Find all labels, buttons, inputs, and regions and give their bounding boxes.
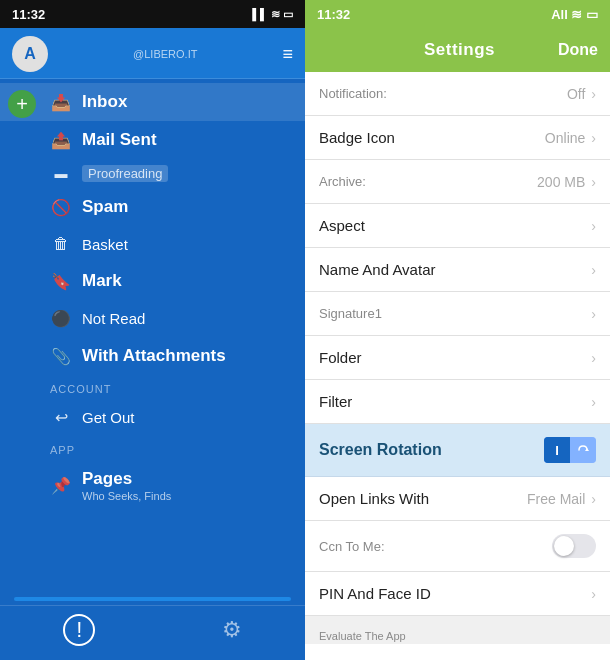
left-time: 11:32: [12, 7, 45, 22]
sidebar-item-proofreading[interactable]: ▬ Proofreading: [0, 159, 305, 188]
sidebar-item-mark[interactable]: 🔖 Mark: [0, 262, 305, 300]
left-bottom: ! ⚙: [0, 597, 305, 660]
basket-icon: 🗑: [50, 235, 72, 253]
right-status-icons: All ≋ ▭: [551, 7, 598, 22]
not-read-icon: ⚫: [50, 309, 72, 328]
inbox-icon: 📥: [50, 93, 72, 112]
sidebar-item-spam[interactable]: 🚫 Spam: [0, 188, 305, 226]
nav-list: 📥 Inbox 📤 Mail Sent ▬ Proofreading 🚫 Spa…: [0, 79, 305, 597]
chevron-icon: ›: [591, 586, 596, 602]
seg-toggle-left[interactable]: I: [544, 437, 570, 463]
settings-row-name-avatar[interactable]: Name And Avatar ›: [305, 248, 610, 292]
settings-row-pin-face-id[interactable]: PIN And Face ID ›: [305, 572, 610, 616]
setting-right: 200 MB ›: [537, 174, 596, 190]
settings-list: Notification: Off › Badge Icon Online › …: [305, 72, 610, 660]
sidebar-item-get-out[interactable]: ↩ Get Out: [0, 399, 305, 436]
left-panel: 11:32 ▌▌ ≋ ▭ A @LIBERO.IT ≡ + 📥 Inbox 📤 …: [0, 0, 305, 660]
chevron-icon: ›: [591, 218, 596, 234]
sidebar-item-label: Mail Sent: [82, 130, 157, 150]
get-out-icon: ↩: [50, 408, 72, 427]
setting-label: Folder: [319, 349, 362, 366]
left-status-icons: ▌▌ ≋ ▭: [252, 8, 293, 21]
chevron-icon: ›: [591, 86, 596, 102]
setting-label: Archive:: [319, 174, 366, 189]
setting-label: Aspect: [319, 217, 365, 234]
sidebar-item-label: With Attachments: [82, 346, 226, 366]
done-button[interactable]: Done: [558, 41, 598, 59]
alert-icon[interactable]: !: [63, 614, 95, 646]
mark-icon: 🔖: [50, 272, 72, 291]
sidebar-item-inbox[interactable]: 📥 Inbox: [0, 83, 305, 121]
settings-row-tell-friends[interactable]: Tell Friends ›: [305, 644, 610, 660]
setting-right: Off ›: [567, 86, 596, 102]
setting-value: Off: [567, 86, 585, 102]
spam-icon: 🚫: [50, 198, 72, 217]
setting-label: PIN And Face ID: [319, 585, 431, 602]
screen-rotation-toggle[interactable]: I: [544, 437, 596, 463]
section-divider: [305, 616, 610, 624]
settings-row-filter[interactable]: Filter ›: [305, 380, 610, 424]
chevron-icon: ›: [591, 262, 596, 278]
setting-value: Online: [545, 130, 585, 146]
right-time: 11:32: [317, 7, 350, 22]
settings-row-screen-rotation[interactable]: Screen Rotation I: [305, 424, 610, 477]
hamburger-icon[interactable]: ≡: [282, 44, 293, 65]
sidebar-item-label: Pages: [82, 469, 171, 489]
settings-title: Settings: [424, 40, 495, 60]
right-header: Settings Done: [305, 28, 610, 72]
chevron-icon: ›: [591, 491, 596, 507]
sidebar-item-label: Mark: [82, 271, 122, 291]
chevron-icon: ›: [591, 306, 596, 322]
sidebar-item-label: Inbox: [82, 92, 127, 112]
right-status-bar: 11:32 All ≋ ▭: [305, 0, 610, 28]
setting-label: Filter: [319, 393, 352, 410]
left-footer-bar: ! ⚙: [0, 605, 305, 650]
sidebar-item-label: Get Out: [82, 409, 135, 426]
avatar[interactable]: A: [12, 36, 48, 72]
setting-right: Free Mail ›: [527, 491, 596, 507]
settings-row-aspect[interactable]: Aspect ›: [305, 204, 610, 248]
left-status-bar: 11:32 ▌▌ ≋ ▭: [0, 0, 305, 28]
libero-label: @LIBERO.IT: [58, 48, 272, 60]
ccn-to-me-toggle[interactable]: [552, 534, 596, 558]
right-panel: 11:32 All ≋ ▭ Settings Done Notification…: [305, 0, 610, 660]
setting-value: Free Mail: [527, 491, 585, 507]
chevron-icon: ›: [591, 394, 596, 410]
sidebar-item-label: Spam: [82, 197, 128, 217]
chevron-icon: ›: [591, 174, 596, 190]
setting-label: Screen Rotation: [319, 441, 442, 459]
sidebar-item-mail-sent[interactable]: 📤 Mail Sent: [0, 121, 305, 159]
sidebar-item-basket[interactable]: 🗑 Basket: [0, 226, 305, 262]
sidebar-item-not-read[interactable]: ⚫ Not Read: [0, 300, 305, 337]
settings-row-badge-icon[interactable]: Badge Icon Online ›: [305, 116, 610, 160]
settings-icon[interactable]: ⚙: [222, 617, 242, 643]
chevron-icon: ›: [591, 130, 596, 146]
chevron-icon: ›: [591, 350, 596, 366]
setting-label: Badge Icon: [319, 129, 395, 146]
pages-icon: 📌: [50, 476, 72, 495]
svg-marker-0: [585, 448, 589, 451]
toggle-knob: [554, 536, 574, 556]
setting-label: Ccn To Me:: [319, 539, 385, 554]
add-button[interactable]: +: [8, 90, 36, 118]
section-account: ACCOUNT: [0, 375, 305, 399]
sidebar-item-label: Proofreading: [82, 165, 168, 182]
settings-row-signature[interactable]: Signature1 ›: [305, 292, 610, 336]
settings-row-open-links[interactable]: Open Links With Free Mail ›: [305, 477, 610, 521]
sidebar-item-pages[interactable]: 📌 Pages Who Seeks, Finds: [0, 460, 305, 511]
setting-right: Online ›: [545, 130, 596, 146]
settings-row-archive[interactable]: Archive: 200 MB ›: [305, 160, 610, 204]
sidebar-item-attachments[interactable]: 📎 With Attachments: [0, 337, 305, 375]
left-header: A @LIBERO.IT ≡: [0, 28, 305, 79]
setting-label: Open Links With: [319, 490, 429, 507]
setting-label: Name And Avatar: [319, 261, 435, 278]
setting-label: Notification:: [319, 86, 387, 101]
section-app: APP: [0, 436, 305, 460]
sidebar-item-sublabel: Who Seeks, Finds: [82, 490, 171, 502]
settings-row-ccn-to-me[interactable]: Ccn To Me:: [305, 521, 610, 572]
settings-row-folder[interactable]: Folder ›: [305, 336, 610, 380]
settings-row-notification[interactable]: Notification: Off ›: [305, 72, 610, 116]
sidebar-item-label: Not Read: [82, 310, 145, 327]
seg-toggle-right[interactable]: [570, 437, 596, 463]
mail-sent-icon: 📤: [50, 131, 72, 150]
